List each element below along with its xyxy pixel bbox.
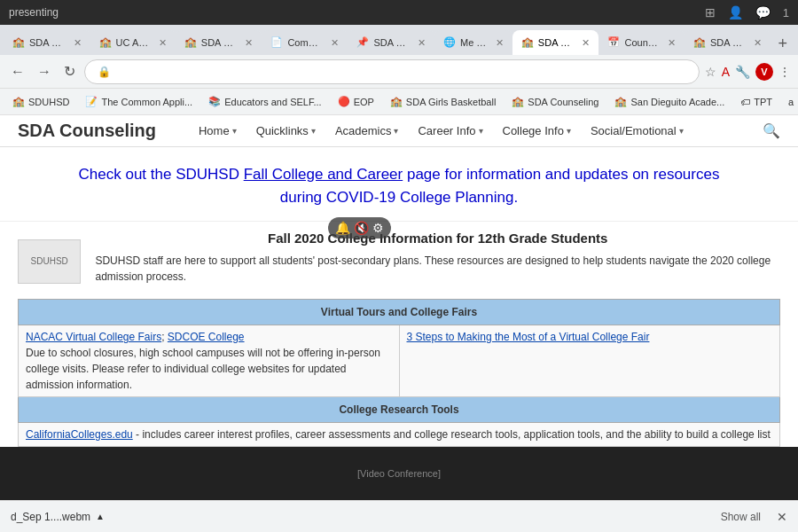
forward-button[interactable]: → bbox=[34, 60, 55, 83]
profile-circle[interactable]: V bbox=[755, 63, 773, 81]
new-tab-button[interactable]: + bbox=[771, 35, 794, 53]
hero-text-3: during COVID-19 College Planning. bbox=[280, 189, 518, 206]
virtual-header: Virtual Tours and College Fairs bbox=[19, 300, 780, 325]
bookmark-label-0: SDUHSD bbox=[28, 97, 69, 107]
bookmark-educators[interactable]: 📚 Educators and SELF... bbox=[203, 94, 326, 109]
bookmark-san-dieguito[interactable]: 🏫 San Dieguito Acade... bbox=[609, 94, 730, 109]
close-download-bar-icon[interactable]: ✕ bbox=[777, 510, 787, 524]
bookmark-label-3: EOP bbox=[354, 97, 374, 107]
bookmark-icon-3: 🔴 bbox=[338, 96, 350, 107]
bookmark-basketball[interactable]: 🏫 SDA Girls Basketball bbox=[385, 94, 501, 109]
tab-close-0[interactable]: ✕ bbox=[74, 37, 82, 49]
nav-home-label: Home bbox=[199, 124, 230, 137]
tab-favicon-6: 🏫 bbox=[521, 36, 534, 49]
tab-close-6[interactable]: ✕ bbox=[582, 37, 590, 49]
tab-close-3[interactable]: ✕ bbox=[331, 37, 339, 49]
ca-colleges-desc: - includes career interest profiles, car… bbox=[133, 428, 771, 441]
hero-link[interactable]: Fall College and Career bbox=[244, 166, 403, 183]
title-bar-text: presenting bbox=[9, 6, 59, 19]
message-icon[interactable]: 💬 bbox=[755, 5, 771, 20]
tab-8[interactable]: 🏫 SDA C... ✕ bbox=[685, 30, 771, 55]
nav-academics[interactable]: Academics ▾ bbox=[328, 121, 406, 141]
tab-label-5: Me 🎬 bbox=[460, 37, 489, 49]
tab-label-7: Couns... bbox=[624, 37, 660, 48]
nav-career-info-chevron: ▾ bbox=[479, 126, 483, 136]
three-steps-cell: 3 Steps to Making the Most of a Virtual … bbox=[399, 325, 780, 397]
three-steps-link[interactable]: 3 Steps to Making the Most of a Virtual … bbox=[407, 331, 650, 343]
tab-6[interactable]: 🏫 SDA C... ✕ bbox=[512, 30, 599, 55]
address-bar: ← → ↻ 🔒 sites.google.com/a/sduhsd.net/sd… bbox=[0, 55, 798, 89]
url-bar[interactable]: 🔒 sites.google.com/a/sduhsd.net/sdhsa-co… bbox=[84, 59, 700, 84]
ca-colleges-link[interactable]: CaliforniaColleges.edu bbox=[26, 428, 133, 441]
tab-favicon-4: 📌 bbox=[356, 36, 369, 49]
bookmark-counseling[interactable]: 🏫 SDA Counseling bbox=[506, 94, 604, 109]
bookmark-a[interactable]: a bbox=[783, 95, 798, 109]
tab-label-2: SDA C... bbox=[201, 37, 239, 48]
video-bar: [Video Conference] bbox=[0, 447, 798, 500]
tab-2[interactable]: 🏫 SDA C... ✕ bbox=[176, 30, 262, 55]
tab-label-4: SDA C... bbox=[373, 37, 411, 48]
bookmark-tpt[interactable]: 🏷 TPT bbox=[735, 95, 778, 109]
star-icon[interactable]: ☆ bbox=[705, 65, 716, 79]
tab-7[interactable]: 📅 Couns... ✕ bbox=[598, 30, 684, 55]
tab-close-1[interactable]: ✕ bbox=[159, 37, 167, 49]
tab-4[interactable]: 📌 SDA C... ✕ bbox=[348, 30, 434, 55]
nav-career-info[interactable]: Career Info ▾ bbox=[411, 121, 489, 141]
bookmark-icon-2: 📚 bbox=[208, 96, 221, 107]
nav-quicklinks[interactable]: Quicklinks ▾ bbox=[249, 121, 323, 141]
title-bar: presenting ⊞ 👤 💬 1 bbox=[0, 0, 798, 25]
menu-icon[interactable]: ⋮ bbox=[778, 65, 791, 79]
bookmark-label-1: The Common Appli... bbox=[101, 97, 192, 107]
settings-icon[interactable]: ⚙ bbox=[372, 221, 384, 235]
bookmark-sduhsd[interactable]: 🏫 SDUHSD bbox=[7, 94, 74, 109]
download-chevron-icon[interactable]: ▲ bbox=[96, 512, 105, 521]
table-row-ca-colleges: CaliforniaColleges.edu - includes career… bbox=[19, 423, 780, 447]
tab-0[interactable]: 🏫 SDA C... ✕ bbox=[4, 30, 90, 55]
sep: ; bbox=[161, 331, 168, 343]
section-header-research: College Research Tools bbox=[19, 397, 780, 423]
tab-close-8[interactable]: ✕ bbox=[754, 37, 762, 49]
tab-label-3: Comm... bbox=[287, 37, 324, 48]
tab-favicon-3: 📄 bbox=[270, 36, 283, 49]
tab-1[interactable]: 🏫 UC AP... ✕ bbox=[90, 30, 176, 55]
nav-college-info[interactable]: College Info ▾ bbox=[496, 121, 578, 141]
nav-social-emotional-label: Social/Emotional bbox=[591, 124, 677, 137]
extension-icons: 🔧 bbox=[735, 65, 750, 79]
tab-close-7[interactable]: ✕ bbox=[668, 37, 676, 49]
bookmark-label-6: San Dieguito Acade... bbox=[630, 97, 724, 107]
nacac-desc: Due to school closures, high school camp… bbox=[26, 347, 380, 391]
back-button[interactable]: ← bbox=[7, 60, 28, 83]
reload-button[interactable]: ↻ bbox=[60, 59, 79, 83]
lock-icon: 🔒 bbox=[98, 66, 111, 78]
grid-icon[interactable]: ⊞ bbox=[705, 5, 716, 20]
search-icon[interactable]: 🔍 bbox=[763, 122, 780, 139]
tab-label-0: SDA C... bbox=[29, 37, 66, 48]
mic-mute-icon[interactable]: 🔇 bbox=[354, 221, 369, 235]
nav-home[interactable]: Home ▾ bbox=[192, 121, 244, 141]
show-all-button[interactable]: Show all bbox=[721, 511, 761, 523]
tab-favicon-0: 🏫 bbox=[12, 36, 25, 49]
tab-close-4[interactable]: ✕ bbox=[418, 37, 426, 49]
tab-close-2[interactable]: ✕ bbox=[245, 37, 253, 49]
nav-academics-chevron: ▾ bbox=[394, 126, 398, 136]
nav-menu: Home ▾ Quicklinks ▾ Academics ▾ Career I… bbox=[192, 121, 780, 141]
profile-icon[interactable]: 👤 bbox=[728, 5, 743, 20]
logo-image: SDUHSD bbox=[18, 239, 81, 284]
nacac-link[interactable]: NACAC Virtual College Fairs bbox=[26, 331, 161, 343]
sdcoe-link[interactable]: SDCOE College bbox=[168, 331, 245, 343]
nav-social-emotional[interactable]: Social/Emotional ▾ bbox=[583, 121, 691, 141]
bookmark-label-5: SDA Counseling bbox=[528, 97, 598, 107]
bookmark-label-7: TPT bbox=[754, 97, 772, 107]
bookmark-common-app[interactable]: 📝 The Common Appli... bbox=[80, 94, 198, 109]
tab-3[interactable]: 📄 Comm... ✕ bbox=[262, 30, 348, 55]
tab-favicon-2: 🏫 bbox=[184, 36, 197, 49]
acrobat-icon[interactable]: A bbox=[722, 65, 730, 79]
floating-icons: 🔔 🔇 ⚙ bbox=[328, 217, 391, 239]
tab-close-5[interactable]: ✕ bbox=[496, 37, 504, 49]
tab-label-1: UC AP... bbox=[116, 37, 152, 48]
bell-icon[interactable]: 🔔 bbox=[335, 221, 350, 235]
url-input[interactable]: sites.google.com/a/sduhsd.net/sdhsa-coun… bbox=[116, 66, 686, 78]
tab-5[interactable]: 🌐 Me 🎬 ✕ bbox=[434, 30, 512, 55]
bookmark-icon-5: 🏫 bbox=[512, 96, 524, 107]
bookmark-eop[interactable]: 🔴 EOP bbox=[332, 94, 379, 109]
